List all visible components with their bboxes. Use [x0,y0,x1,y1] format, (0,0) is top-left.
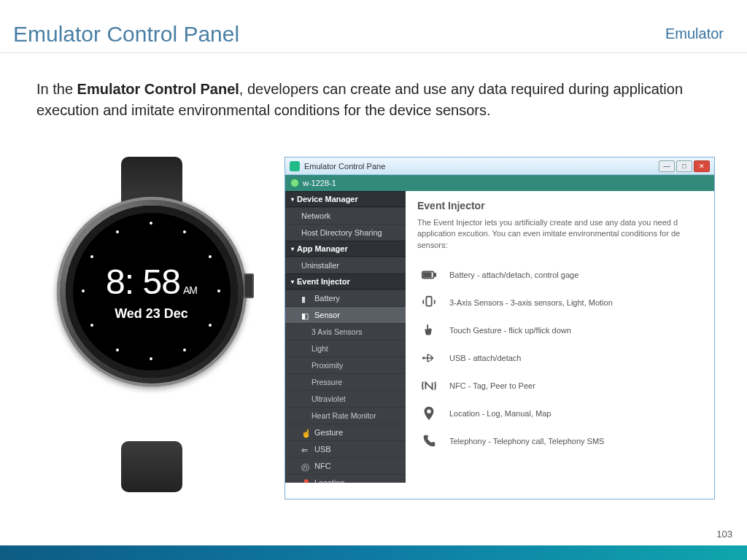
sidebar-item-battery[interactable]: ▮Battery [285,289,406,306]
window-buttons: — □ ✕ [659,160,710,172]
battery-icon: ▮ [301,295,310,302]
svg-rect-3 [426,273,428,277]
sidebar-group-app-manager[interactable]: ▾App Manager [285,241,406,257]
sidebar-item-label: Uninstaller [301,261,339,270]
ecp-sidebar: ▾Device Manager Network Host Directory S… [285,191,406,483]
ecp-body: ▾Device Manager Network Host Directory S… [285,191,714,483]
watch-face: 8: 58AM Wed 23 Dec [77,217,226,366]
sidebar-item-gesture[interactable]: ☝Gesture [285,424,406,440]
sidebar-item-location[interactable]: 📍Location [285,474,406,483]
chevron-down-icon: ▾ [291,246,294,252]
sidebar-item-label: USB [314,445,331,454]
sidebar-item-label: Location [314,478,345,483]
ecp-main-panel: Event Injector The Event Injector lets y… [406,191,714,483]
injector-label: Battery - attach/detach, control gage [449,271,578,279]
location-pin-icon [419,405,439,421]
group-label: Device Manager [297,195,358,203]
usb-icon: ⇐ [301,446,310,453]
sidebar-item-nfc[interactable]: ⓝNFC [285,457,406,474]
injector-row-battery[interactable]: Battery - attach/detach, control gage [417,261,703,289]
maximize-button[interactable]: □ [676,160,692,172]
sidebar-item-label: Gesture [314,428,343,437]
nfc-icon [419,378,439,394]
watch-strap-bottom [121,441,182,492]
sidebar-item-host-directory[interactable]: Host Directory Sharing [285,224,406,241]
main-description: The Event Injector lets you artificially… [417,217,703,251]
sidebar-subitem-light[interactable]: Light [285,340,406,357]
page-number: 103 [716,529,732,540]
sensor-icon: ◧ [301,311,310,319]
sidebar-item-label: Network [301,211,330,220]
watch-crown [244,273,254,298]
chevron-down-icon: ▾ [291,279,294,285]
injector-label: NFC - Tag, Peer to Peer [449,381,535,390]
ecp-vm-bar[interactable]: w-1228-1 [285,175,714,191]
injector-row-usb[interactable]: USB - attach/detach [417,344,703,372]
gesture-icon: ☝ [301,429,310,436]
figures-row: 8: 58AM Wed 23 Dec [36,157,715,499]
sidebar-subitem-3axis[interactable]: 3 Axis Sensors [285,323,406,340]
ecp-titlebar[interactable]: Emulator Control Pane — □ ✕ [285,158,714,175]
group-label: Event Injector [297,277,350,286]
watch-tick-dots [77,217,226,366]
injector-label: 3-Axis Sensors - 3-axis sensors, Light, … [449,298,613,307]
injector-label: Touch Gesture - flick up/flick down [449,326,571,335]
ecp-window-title: Emulator Control Pane [304,162,385,171]
chevron-down-icon: ▾ [291,196,294,203]
injector-row-location[interactable]: Location - Log, Manual, Map [417,400,703,427]
svg-rect-1 [434,273,436,276]
usb-icon [419,350,439,366]
sidebar-subitem-heartrate[interactable]: Heart Rate Monitor [285,407,406,424]
svg-rect-2 [424,273,426,277]
injector-row-telephony[interactable]: Telephony - Telephony call, Telephony SM… [417,427,703,455]
sidebar-item-label: 3 Axis Sensors [311,327,362,336]
sidebar-group-device-manager[interactable]: ▾Device Manager [285,191,406,207]
sidebar-subitem-pressure[interactable]: Pressure [285,373,406,390]
slide-tag: Emulator [665,26,724,42]
footer-bar [0,545,747,560]
ecp-window: Emulator Control Pane — □ ✕ w-1228-1 ▾De… [285,157,715,499]
telephone-icon [419,433,439,449]
sidebar-item-label: Host Directory Sharing [301,228,382,237]
sidebar-item-network[interactable]: Network [285,207,406,224]
injector-label: USB - attach/detach [449,354,521,362]
touch-gesture-icon [419,322,439,338]
injector-label: Location - Log, Manual, Map [449,409,551,418]
slide-title: Emulator Control Panel [13,22,239,47]
sidebar-item-label: Light [311,344,328,353]
slide-body-text: In the Emulator Control Panel, developer… [36,79,708,121]
minimize-button[interactable]: — [659,160,675,172]
smartwatch: 8: 58AM Wed 23 Dec [50,157,254,492]
sidebar-item-label: Battery [314,294,340,303]
sidebar-subitem-ultraviolet[interactable]: Ultraviolet [285,390,406,407]
sidebar-item-label: NFC [314,462,331,470]
body-prefix: In the [36,81,77,97]
sidebar-item-uninstaller[interactable]: Uninstaller [285,257,406,273]
injector-row-3axis[interactable]: 3-Axis Sensors - 3-axis sensors, Light, … [417,289,703,316]
injector-label: Telephony - Telephony call, Telephony SM… [449,437,604,446]
sidebar-group-event-injector[interactable]: ▾Event Injector [285,273,406,289]
injector-row-nfc[interactable]: NFC - Tag, Peer to Peer [417,372,703,400]
vm-name: w-1228-1 [303,179,336,187]
main-heading: Event Injector [417,200,703,211]
sidebar-item-usb[interactable]: ⇐USB [285,440,406,457]
slide: Emulator Control Panel Emulator In the E… [0,0,747,560]
sidebar-item-label: Pressure [311,378,342,386]
sidebar-item-label: Proximity [311,361,343,370]
sidebar-item-label: Sensor [314,311,340,319]
group-label: App Manager [297,244,348,253]
device-motion-icon [419,295,439,311]
sidebar-subitem-proximity[interactable]: Proximity [285,357,406,373]
sidebar-item-label: Heart Rate Monitor [311,411,376,420]
svg-rect-4 [429,273,431,277]
nfc-icon: ⓝ [301,462,310,470]
body-bold: Emulator Control Panel [77,81,239,97]
watch-figure: 8: 58AM Wed 23 Dec [36,157,266,499]
header-divider [0,52,747,53]
sidebar-item-label: Ultraviolet [311,394,346,403]
close-button[interactable]: ✕ [694,160,710,172]
vm-status-dot-icon [291,179,298,187]
sidebar-item-sensor[interactable]: ◧Sensor [285,306,406,323]
ecp-app-icon [290,161,300,171]
injector-row-gesture[interactable]: Touch Gesture - flick up/flick down [417,316,703,344]
